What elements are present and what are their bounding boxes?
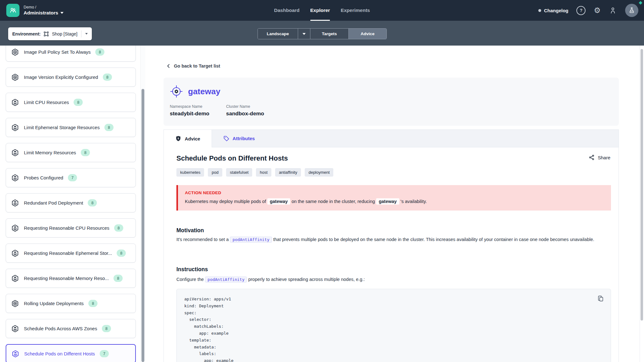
advice-count-badge: 8	[103, 74, 112, 81]
changelog-button[interactable]: Changelog	[538, 8, 569, 13]
sidebar-scrollbar-thumb[interactable]	[142, 89, 144, 362]
segment-advice[interactable]: Advice	[349, 29, 386, 39]
advice-list-item[interactable]: Schedule Pods on Different Hosts 7	[6, 344, 136, 362]
nav-experiments[interactable]: Experiments	[341, 0, 370, 21]
namespace-label: Namespace Name	[170, 104, 209, 109]
advice-item-label: Schedule Pods Across AWS Zones	[24, 326, 97, 331]
yaml-code: apiVersion: apps/v1 kind: Deployment spe…	[184, 296, 603, 362]
share-button[interactable]: Share	[589, 154, 610, 161]
advice-list-item[interactable]: Requesting Reasonable CPU Resources 8	[6, 218, 136, 238]
layers-hexagon-icon	[11, 325, 19, 333]
advice-count-badge: 7	[100, 350, 109, 357]
environment-bar: Environment: Shop [Stage] Landscape Targ…	[0, 21, 644, 46]
target-header-card: gateway Namespace Name steadybit-demo Cl…	[164, 78, 619, 126]
advice-count-badge: 8	[117, 250, 126, 257]
advice-panel: Advice Attributes Schedule Pods on Diffe…	[164, 129, 619, 362]
flask-icon	[628, 7, 635, 14]
advice-list: Image Pull Policy Set To Always 8 Image …	[6, 42, 136, 362]
user-icon[interactable]	[609, 6, 617, 14]
advice-item-label: Image Pull Policy Set To Always	[24, 49, 91, 55]
advice-list-item[interactable]: Probes Configured 7	[6, 168, 136, 187]
environment-label: Environment:	[12, 31, 41, 36]
advice-count-badge: 8	[88, 199, 97, 206]
tag-pill: statefulset	[226, 168, 252, 177]
cluster-label: Cluster Name	[226, 104, 264, 109]
target-crosshair-icon	[170, 85, 183, 98]
advice-list-item[interactable]: Rolling Update Deployments 8	[6, 294, 136, 313]
selection-frame-icon	[43, 31, 49, 37]
tab-strip: Advice Attributes	[164, 130, 619, 147]
tab-advice[interactable]: Advice	[164, 130, 212, 147]
alert-title: ACTION NEEDED	[185, 190, 605, 195]
tag-pill: pod	[208, 168, 222, 177]
copy-button[interactable]	[596, 294, 605, 303]
yaml-code-block: apiVersion: apps/v1 kind: Deployment spe…	[176, 289, 611, 362]
tag-pill: antiaffinity	[275, 168, 301, 177]
chevron-left-icon	[166, 63, 171, 69]
target-chip: gateway	[267, 198, 290, 205]
help-icon[interactable]: ?	[576, 6, 586, 15]
chevron-down-icon	[303, 33, 306, 35]
advice-list-item[interactable]: Limit Ephemeral Storage Resources 8	[6, 118, 136, 137]
tag-icon	[223, 135, 230, 142]
layers-hexagon-icon	[11, 350, 19, 358]
chevron-down-icon	[85, 33, 88, 35]
layers-hexagon-icon	[11, 249, 19, 257]
advice-list-item[interactable]: Limit Memory Resources 8	[6, 143, 136, 162]
layers-hexagon-icon	[11, 274, 19, 282]
advice-list-item[interactable]: Limit CPU Resources 8	[6, 93, 136, 112]
status-dot-icon	[538, 9, 541, 12]
cluster-value: sandbox-demo	[226, 111, 264, 117]
layers-hexagon-icon	[11, 98, 19, 107]
tags-row: kubernetespodstatefulsethostantiaffinity…	[176, 168, 333, 177]
layers-hexagon-icon	[11, 149, 19, 157]
target-hexagon-icon	[11, 299, 19, 308]
segment-targets[interactable]: Targets	[310, 29, 349, 39]
top-bar: Demo / Administrators Dashboard Explorer…	[0, 0, 644, 21]
layers-hexagon-icon	[11, 224, 19, 232]
back-to-target-list[interactable]: Go back to Target list	[166, 63, 220, 69]
gear-icon[interactable]: ⚙	[594, 7, 601, 14]
segment-landscape[interactable]: Landscape	[258, 29, 298, 39]
advice-count-badge: 7	[68, 174, 77, 181]
target-hexagon-icon	[11, 73, 19, 81]
advice-item-label: Image Version Explicitly Configured	[24, 74, 98, 80]
layers-hexagon-icon	[11, 174, 19, 182]
view-switcher: Landscape Targets Advice	[258, 28, 387, 39]
advice-list-item[interactable]: Image Version Explicitly Configured 8	[6, 68, 136, 87]
instructions-title: Instructions	[176, 266, 208, 273]
tag-pill: deployment	[305, 168, 333, 177]
tag-pill: kubernetes	[176, 168, 204, 177]
advice-count-badge: 8	[102, 325, 111, 332]
nav-explorer[interactable]: Explorer	[310, 0, 330, 21]
segment-landscape-dropdown[interactable]	[298, 29, 310, 39]
avatar[interactable]	[625, 4, 638, 17]
advice-item-label: Requesting Reasonable Ephemeral Stor...	[24, 250, 112, 256]
main-scrollbar[interactable]	[640, 46, 644, 362]
advice-item-label: Limit CPU Resources	[24, 100, 69, 105]
divider	[81, 30, 81, 37]
motivation-title: Motivation	[176, 227, 204, 234]
advice-list-item[interactable]: Schedule Pods Across AWS Zones 8	[6, 319, 136, 338]
environment-selector[interactable]: Environment: Shop [Stage]	[8, 27, 92, 40]
advice-item-label: Limit Memory Resources	[24, 150, 76, 155]
tag-pill: host	[256, 168, 271, 177]
advice-count-badge: 8	[114, 224, 123, 232]
layers-hexagon-icon	[11, 123, 19, 132]
code-chip: podAntiAffinity	[230, 237, 272, 243]
advice-list-item[interactable]: Requesting Reasonable Memory Reso... 8	[6, 269, 136, 288]
advice-list-item[interactable]: Requesting Reasonable Ephemeral Stor... …	[6, 244, 136, 263]
main-scrollbar-thumb[interactable]	[641, 49, 643, 321]
advice-item-label: Requesting Reasonable Memory Reso...	[24, 276, 109, 281]
advice-count-badge: 8	[104, 124, 114, 131]
target-hexagon-icon	[11, 48, 19, 56]
tab-attributes[interactable]: Attributes	[212, 130, 266, 147]
environment-value: Shop [Stage]	[52, 31, 77, 36]
sidebar-scrollbar[interactable]	[140, 46, 145, 362]
shield-bolt-icon	[175, 135, 181, 142]
nav-dashboard[interactable]: Dashboard	[274, 0, 300, 21]
advice-list-item[interactable]: Redundant Pod Deployment 8	[6, 193, 136, 212]
advice-count-badge: 8	[114, 275, 123, 282]
target-name[interactable]: gateway	[188, 87, 220, 96]
app-window: Demo / Administrators Dashboard Explorer…	[0, 0, 644, 362]
